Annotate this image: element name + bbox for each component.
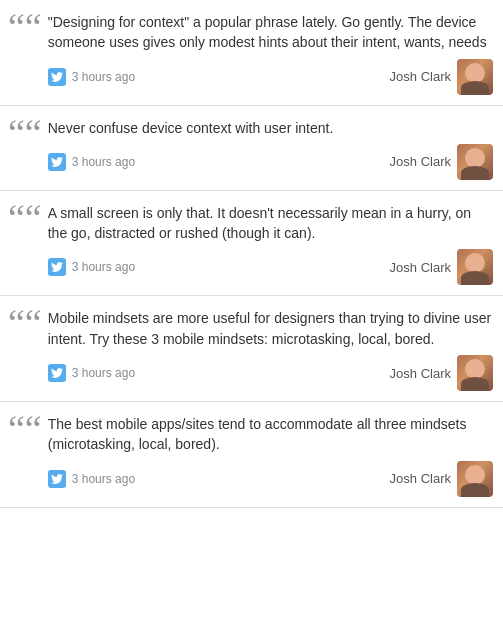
avatar-image [457, 249, 493, 285]
tweet-item: ““ "Designing for context" a popular phr… [0, 0, 503, 106]
avatar[interactable] [457, 59, 493, 95]
tweet-content: Never confuse device context with user i… [48, 118, 493, 180]
tweet-time: 3 hours ago [72, 472, 135, 486]
tweet-meta-right: Josh Clark [390, 144, 493, 180]
tweet-time: 3 hours ago [72, 260, 135, 274]
tweet-text: The best mobile apps/sites tend to accom… [48, 414, 493, 455]
tweet-content: "Designing for context" a popular phrase… [48, 12, 493, 95]
tweet-meta-left: 3 hours ago [48, 470, 135, 488]
tweet-content: A small screen is only that. It doesn't … [48, 203, 493, 286]
tweet-meta-left: 3 hours ago [48, 258, 135, 276]
tweet-author: Josh Clark [390, 471, 451, 486]
tweet-meta-right: Josh Clark [390, 461, 493, 497]
tweet-content: The best mobile apps/sites tend to accom… [48, 414, 493, 497]
tweet-time: 3 hours ago [72, 366, 135, 380]
avatar[interactable] [457, 144, 493, 180]
tweet-meta: 3 hours ago Josh Clark [48, 355, 493, 391]
avatar[interactable] [457, 249, 493, 285]
tweet-text: Never confuse device context with user i… [48, 118, 493, 138]
tweet-author: Josh Clark [390, 154, 451, 169]
quote-mark: ““ [8, 304, 42, 342]
quote-mark: ““ [8, 199, 42, 237]
avatar[interactable] [457, 461, 493, 497]
twitter-icon[interactable] [48, 153, 66, 171]
tweet-meta-right: Josh Clark [390, 355, 493, 391]
tweet-item: ““ A small screen is only that. It doesn… [0, 191, 503, 297]
twitter-icon[interactable] [48, 68, 66, 86]
avatar-image [457, 144, 493, 180]
tweet-meta-left: 3 hours ago [48, 364, 135, 382]
tweet-author: Josh Clark [390, 260, 451, 275]
avatar[interactable] [457, 355, 493, 391]
quote-mark: ““ [8, 8, 42, 46]
avatar-image [457, 461, 493, 497]
avatar-image [457, 355, 493, 391]
twitter-icon[interactable] [48, 470, 66, 488]
tweet-meta: 3 hours ago Josh Clark [48, 461, 493, 497]
tweet-time: 3 hours ago [72, 70, 135, 84]
tweet-author: Josh Clark [390, 69, 451, 84]
tweet-text: A small screen is only that. It doesn't … [48, 203, 493, 244]
tweet-meta: 3 hours ago Josh Clark [48, 59, 493, 95]
tweet-author: Josh Clark [390, 366, 451, 381]
tweet-meta-left: 3 hours ago [48, 68, 135, 86]
avatar-image [457, 59, 493, 95]
tweet-meta: 3 hours ago Josh Clark [48, 249, 493, 285]
tweet-item: ““ Never confuse device context with use… [0, 106, 503, 191]
tweet-list: ““ "Designing for context" a popular phr… [0, 0, 503, 508]
twitter-icon[interactable] [48, 364, 66, 382]
tweet-meta-right: Josh Clark [390, 249, 493, 285]
tweet-item: ““ The best mobile apps/sites tend to ac… [0, 402, 503, 508]
tweet-meta-left: 3 hours ago [48, 153, 135, 171]
tweet-meta: 3 hours ago Josh Clark [48, 144, 493, 180]
twitter-icon[interactable] [48, 258, 66, 276]
quote-mark: ““ [8, 114, 42, 152]
quote-mark: ““ [8, 410, 42, 448]
tweet-time: 3 hours ago [72, 155, 135, 169]
tweet-item: ““ Mobile mindsets are more useful for d… [0, 296, 503, 402]
tweet-content: Mobile mindsets are more useful for desi… [48, 308, 493, 391]
tweet-text: Mobile mindsets are more useful for desi… [48, 308, 493, 349]
tweet-meta-right: Josh Clark [390, 59, 493, 95]
tweet-text: "Designing for context" a popular phrase… [48, 12, 493, 53]
